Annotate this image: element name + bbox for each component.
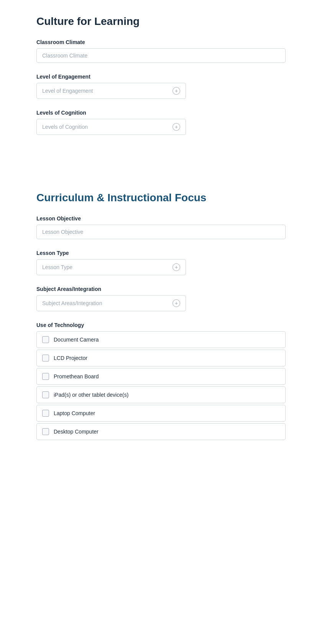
lesson-type-group: Lesson Type Lesson Type + [36, 250, 286, 275]
checkbox-box-3[interactable] [42, 391, 49, 398]
lesson-objective-group: Lesson Objective [36, 215, 286, 239]
section-divider [36, 146, 286, 192]
checkbox-label-0: Document Camera [54, 337, 99, 343]
section1-title: Culture for Learning [36, 15, 286, 28]
checkbox-label-5: Desktop Computer [54, 429, 99, 435]
section2-title: Curriculum & Instructional Focus [36, 192, 286, 204]
subject-areas-label: Subject Areas/Integration [36, 286, 286, 292]
level-of-engagement-placeholder: Level of Engagement [42, 88, 93, 94]
subject-areas-dropdown[interactable]: Subject Areas/Integration + [36, 295, 186, 311]
levels-of-cognition-label: Levels of Cognition [36, 110, 286, 116]
checkbox-box-1[interactable] [42, 355, 49, 361]
checkbox-label-4: Laptop Computer [54, 410, 95, 416]
lesson-type-dropdown[interactable]: Lesson Type + [36, 259, 186, 275]
level-of-engagement-add-icon: + [172, 87, 180, 95]
subject-areas-placeholder: Subject Areas/Integration [42, 300, 102, 306]
levels-of-cognition-dropdown[interactable]: Levels of Cognition + [36, 119, 186, 135]
checkbox-label-3: iPad(s) or other tablet device(s) [54, 392, 128, 398]
classroom-climate-label: Classroom Climate [36, 39, 286, 45]
classroom-climate-input[interactable] [36, 48, 286, 63]
level-of-engagement-dropdown[interactable]: Level of Engagement + [36, 83, 186, 99]
level-of-engagement-group: Level of Engagement Level of Engagement … [36, 74, 286, 99]
technology-checkbox-item[interactable]: iPad(s) or other tablet device(s) [36, 386, 286, 403]
lesson-type-add-icon: + [172, 263, 180, 271]
subject-areas-group: Subject Areas/Integration Subject Areas/… [36, 286, 286, 311]
checkbox-label-1: LCD Projector [54, 355, 87, 361]
lesson-type-label: Lesson Type [36, 250, 286, 256]
checkbox-box-0[interactable] [42, 336, 49, 343]
lesson-objective-label: Lesson Objective [36, 215, 286, 222]
subject-areas-add-icon: + [172, 299, 180, 307]
lesson-objective-input[interactable] [36, 225, 286, 239]
technology-checkbox-item[interactable]: LCD Projector [36, 350, 286, 366]
technology-checkbox-item[interactable]: Laptop Computer [36, 405, 286, 422]
technology-checkbox-item[interactable]: Promethean Board [36, 368, 286, 385]
use-of-technology-label: Use of Technology [36, 322, 286, 328]
checkbox-box-2[interactable] [42, 373, 49, 380]
technology-checkbox-list: Document Camera LCD Projector Promethean… [36, 331, 286, 440]
levels-of-cognition-add-icon: + [172, 123, 180, 131]
technology-checkbox-item[interactable]: Desktop Computer [36, 423, 286, 440]
checkbox-box-4[interactable] [42, 410, 49, 417]
classroom-climate-group: Classroom Climate [36, 39, 286, 63]
checkbox-box-5[interactable] [42, 428, 49, 435]
lesson-type-placeholder: Lesson Type [42, 264, 72, 270]
checkbox-label-2: Promethean Board [54, 373, 99, 380]
levels-of-cognition-group: Levels of Cognition Levels of Cognition … [36, 110, 286, 135]
levels-of-cognition-placeholder: Levels of Cognition [42, 124, 88, 130]
use-of-technology-group: Use of Technology Document Camera LCD Pr… [36, 322, 286, 440]
technology-checkbox-item[interactable]: Document Camera [36, 331, 286, 348]
level-of-engagement-label: Level of Engagement [36, 74, 286, 80]
